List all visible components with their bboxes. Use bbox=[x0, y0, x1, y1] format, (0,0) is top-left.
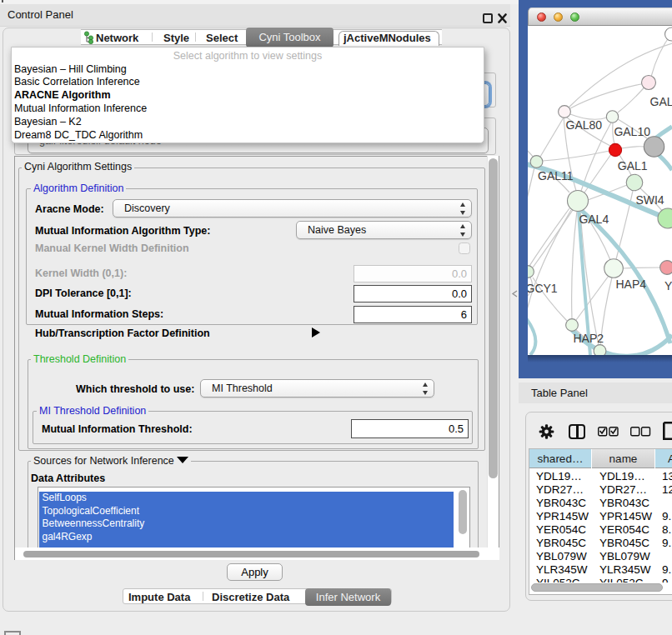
svg-text:GAL1: GAL1 bbox=[618, 159, 648, 172]
svg-text:Y: Y bbox=[664, 279, 672, 292]
svg-text:GAL4: GAL4 bbox=[579, 212, 609, 226]
svg-text:GAL2: GAL2 bbox=[650, 95, 672, 108]
svg-text:HAP4: HAP4 bbox=[616, 278, 647, 291]
svg-text:GCY1: GCY1 bbox=[528, 282, 558, 295]
svg-text:SWI4: SWI4 bbox=[635, 193, 664, 207]
svg-text:GAL10: GAL10 bbox=[614, 125, 650, 138]
svg-text:HAP2: HAP2 bbox=[574, 332, 604, 345]
svg-text:GAL80: GAL80 bbox=[566, 118, 603, 132]
svg-text:GAL11: GAL11 bbox=[538, 169, 574, 182]
